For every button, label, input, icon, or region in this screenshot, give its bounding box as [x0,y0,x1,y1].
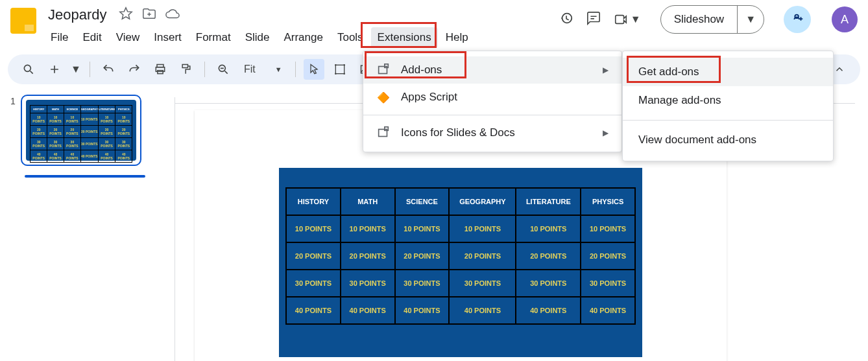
addons-submenu: Get add-ons Manage add-ons View document… [622,51,834,161]
jeopardy-cell: 10 POINTS [449,215,516,242]
menu-view[interactable]: View [110,27,147,48]
thumbnail-selected-indicator [25,175,145,178]
submenu-view-doc-addons[interactable]: View document add-ons [623,126,833,154]
jeopardy-category: PHYSICS [115,106,132,113]
apps-script-label: Apps Script [401,91,457,104]
select-tool[interactable] [304,59,324,80]
jeopardy-cell: 30 POINTS [395,270,450,297]
menu-bar: FileEditViewInsertFormatSlideArrangeTool… [44,27,551,48]
menu-arrange[interactable]: Arrange [277,27,329,48]
meet-icon[interactable]: ▼ [614,12,641,27]
jeopardy-cell: 30 POINTS [30,138,47,150]
jeopardy-cell: 10 POINTS [581,215,635,242]
menu-separator [623,120,833,121]
submenu-manage-addons[interactable]: Manage add-ons [623,86,833,115]
star-icon[interactable] [119,6,133,23]
jeopardy-category: MATH [341,188,395,215]
jeopardy-cell: 20 POINTS [30,126,47,138]
jeopardy-cell: 20 POINTS [581,242,635,270]
menu-format[interactable]: Format [189,27,237,48]
svg-point-10 [335,73,337,75]
jeopardy-cell: 30 POINTS [516,270,581,297]
addons-icon [376,63,391,77]
jeopardy-cell: 10 POINTS [341,215,395,242]
slides-logo[interactable] [10,8,36,34]
zoom-select[interactable]: Fit▼ [239,64,287,75]
menu-insert[interactable]: Insert [147,27,188,48]
jeopardy-category: HISTORY [30,106,47,113]
menu-edit[interactable]: Edit [76,27,108,48]
jeopardy-cell: 20 POINTS [341,242,395,270]
jeopardy-cell: 30 POINTS [115,138,132,150]
puzzle-icon [376,126,391,140]
slide-thumbnail[interactable]: HISTORYMATHSCIENCEGEOGRAPHYLITERATUREPHY… [21,95,141,166]
chevron-right-icon: ▶ [603,128,609,137]
filmstrip: 1 HISTORYMATHSCIENCEGEOGRAPHYLITERATUREP… [0,84,162,361]
menu-item-icons-ext[interactable]: Icons for Slides & Docs ▶ [363,119,621,146]
menu-extensions[interactable]: Extensions [371,27,438,48]
jeopardy-cell: 30 POINTS [286,270,341,297]
menu-slide[interactable]: Slide [239,27,276,48]
jeopardy-cell: 40 POINTS [115,150,132,163]
jeopardy-cell: 20 POINTS [449,242,516,270]
menu-item-addons[interactable]: Add-ons ▶ [363,56,621,84]
jeopardy-cell: 20 POINTS [115,126,132,138]
history-icon[interactable] [559,11,573,28]
cloud-status-icon[interactable] [165,6,180,23]
icons-ext-label: Icons for Slides & Docs [401,126,515,139]
new-slide-button[interactable] [44,59,65,80]
jeopardy-cell: 20 POINTS [516,242,581,270]
search-icon[interactable] [18,59,39,80]
ruler-vertical [162,97,175,361]
jeopardy-cell: 40 POINTS [80,150,98,163]
textbox-tool[interactable] [330,59,350,80]
slideshow-caret[interactable]: ▼ [737,6,764,33]
jeopardy-cell: 40 POINTS [64,150,80,163]
jeopardy-cell: 40 POINTS [47,150,64,163]
jeopardy-cell: 10 POINTS [98,113,115,126]
jeopardy-category: SCIENCE [64,106,80,113]
slideshow-button[interactable]: Slideshow ▼ [660,5,764,34]
new-slide-caret[interactable]: ▼ [70,59,82,80]
jeopardy-cell: 30 POINTS [449,270,516,297]
redo-button[interactable] [124,59,145,80]
account-avatar[interactable]: A [832,6,858,32]
jeopardy-cell: 10 POINTS [64,113,80,126]
menu-file[interactable]: File [44,27,75,48]
svg-rect-15 [385,64,389,68]
jeopardy-cell: 10 POINTS [115,113,132,126]
menu-item-apps-script[interactable]: 🔶 Apps Script [363,84,621,111]
paint-format-button[interactable] [176,59,197,80]
svg-rect-4 [158,71,163,74]
jeopardy-category: LITERATURE [516,188,581,215]
jeopardy-cell: 40 POINTS [286,297,341,324]
undo-button[interactable] [98,59,119,80]
menu-help[interactable]: Help [439,27,475,48]
svg-point-9 [343,64,345,66]
jeopardy-cell: 30 POINTS [47,138,64,150]
submenu-get-addons[interactable]: Get add-ons [623,58,833,86]
jeopardy-cell: 10 POINTS [30,113,47,126]
jeopardy-cell: 30 POINTS [98,138,115,150]
menu-tools[interactable]: Tools [331,27,370,48]
zoom-icon[interactable] [213,59,234,80]
jeopardy-cell: 30 POINTS [581,270,635,297]
jeopardy-cell: 30 POINTS [80,138,98,150]
jeopardy-board: HISTORYMATHSCIENCEGEOGRAPHYLITERATUREPHY… [279,168,642,357]
move-icon[interactable] [142,6,156,23]
jeopardy-cell: 20 POINTS [98,126,115,138]
print-button[interactable] [150,59,171,80]
jeopardy-cell: 40 POINTS [516,297,581,324]
zoom-label: Fit [244,64,256,75]
jeopardy-cell: 10 POINTS [80,113,98,126]
share-button[interactable] [784,6,811,33]
svg-rect-17 [385,127,389,131]
document-title[interactable]: Jeopardy [44,5,111,25]
jeopardy-cell: 20 POINTS [64,126,80,138]
jeopardy-cell: 40 POINTS [30,150,47,163]
comments-icon[interactable] [586,11,601,28]
jeopardy-category: LITERATURE [98,106,115,113]
slideshow-label: Slideshow [661,13,738,26]
caret-down-icon: ▼ [275,65,282,73]
jeopardy-cell: 10 POINTS [286,215,341,242]
